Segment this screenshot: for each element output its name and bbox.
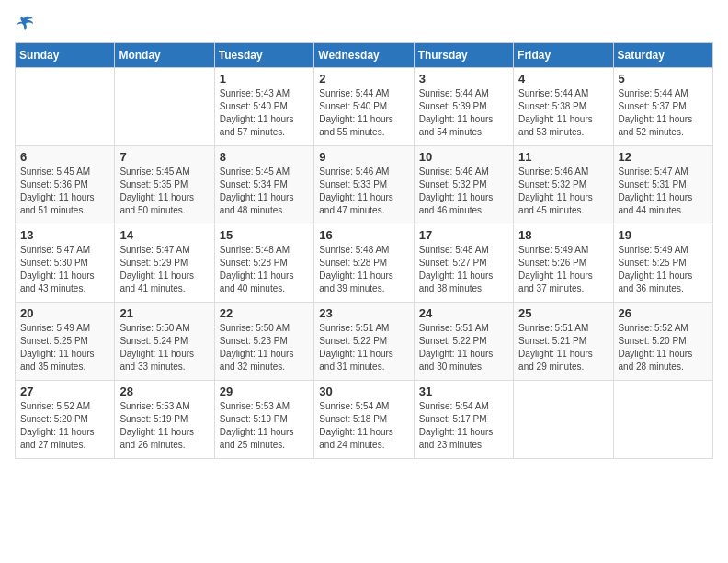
day-number: 3 [419,72,508,86]
logo-bird-icon [17,15,33,31]
day-number: 20 [20,306,109,320]
day-detail: Sunrise: 5:43 AM Sunset: 5:40 PM Dayligh… [220,87,309,139]
calendar-day-cell: 8Sunrise: 5:45 AM Sunset: 5:34 PM Daylig… [214,146,313,224]
calendar-day-cell: 27Sunrise: 5:52 AM Sunset: 5:20 PM Dayli… [16,381,115,459]
calendar-day-cell: 30Sunrise: 5:54 AM Sunset: 5:18 PM Dayli… [314,381,414,459]
calendar-header-row: SundayMondayTuesdayWednesdayThursdayFrid… [16,43,713,68]
calendar-day-cell: 17Sunrise: 5:48 AM Sunset: 5:27 PM Dayli… [414,224,513,303]
day-detail: Sunrise: 5:52 AM Sunset: 5:20 PM Dayligh… [20,400,109,452]
day-detail: Sunrise: 5:50 AM Sunset: 5:23 PM Dayligh… [220,322,309,373]
day-detail: Sunrise: 5:51 AM Sunset: 5:22 PM Dayligh… [319,322,408,373]
calendar-day-cell: 19Sunrise: 5:49 AM Sunset: 5:25 PM Dayli… [613,224,712,303]
calendar-day-cell: 20Sunrise: 5:49 AM Sunset: 5:25 PM Dayli… [16,303,115,381]
day-detail: Sunrise: 5:50 AM Sunset: 5:24 PM Dayligh… [119,322,209,373]
day-number: 9 [319,150,408,164]
day-number: 15 [220,228,309,242]
calendar-day-cell: 11Sunrise: 5:46 AM Sunset: 5:32 PM Dayli… [514,146,613,224]
calendar-day-cell: 3Sunrise: 5:44 AM Sunset: 5:39 PM Daylig… [414,68,513,146]
weekday-header: Wednesday [314,43,414,68]
day-detail: Sunrise: 5:48 AM Sunset: 5:28 PM Dayligh… [220,244,309,295]
day-detail: Sunrise: 5:53 AM Sunset: 5:19 PM Dayligh… [119,400,209,452]
calendar-day-cell: 2Sunrise: 5:44 AM Sunset: 5:40 PM Daylig… [314,68,414,146]
day-number: 25 [518,306,608,320]
day-detail: Sunrise: 5:46 AM Sunset: 5:33 PM Dayligh… [319,166,408,217]
day-detail: Sunrise: 5:47 AM Sunset: 5:29 PM Dayligh… [119,244,209,295]
day-number: 21 [119,306,209,320]
day-number: 8 [220,150,309,164]
day-detail: Sunrise: 5:47 AM Sunset: 5:30 PM Dayligh… [20,244,109,295]
calendar-day-cell: 6Sunrise: 5:45 AM Sunset: 5:36 PM Daylig… [16,146,115,224]
day-detail: Sunrise: 5:52 AM Sunset: 5:20 PM Dayligh… [619,322,708,373]
day-number: 19 [619,228,708,242]
day-detail: Sunrise: 5:45 AM Sunset: 5:34 PM Dayligh… [220,166,309,217]
day-number: 1 [220,72,309,86]
weekday-header: Saturday [613,43,712,68]
weekday-header: Tuesday [214,43,313,68]
calendar-week-row: 27Sunrise: 5:52 AM Sunset: 5:20 PM Dayli… [16,381,713,459]
calendar-day-cell: 1Sunrise: 5:43 AM Sunset: 5:40 PM Daylig… [214,68,313,146]
day-number: 4 [518,72,608,86]
day-number: 26 [619,306,708,320]
weekday-header: Friday [514,43,613,68]
day-detail: Sunrise: 5:46 AM Sunset: 5:32 PM Dayligh… [419,166,508,217]
day-number: 11 [518,150,608,164]
calendar-day-cell: 10Sunrise: 5:46 AM Sunset: 5:32 PM Dayli… [414,146,513,224]
day-number: 31 [419,385,508,398]
day-number: 13 [20,228,109,242]
day-detail: Sunrise: 5:47 AM Sunset: 5:31 PM Dayligh… [619,166,708,217]
calendar-day-cell [16,68,115,146]
day-number: 28 [119,385,209,398]
calendar-day-cell [514,381,613,459]
day-number: 16 [319,228,408,242]
calendar-day-cell: 21Sunrise: 5:50 AM Sunset: 5:24 PM Dayli… [115,303,214,381]
calendar-day-cell: 25Sunrise: 5:51 AM Sunset: 5:21 PM Dayli… [514,303,613,381]
calendar-day-cell: 9Sunrise: 5:46 AM Sunset: 5:33 PM Daylig… [314,146,414,224]
day-number: 30 [319,385,408,398]
calendar-week-row: 1Sunrise: 5:43 AM Sunset: 5:40 PM Daylig… [16,68,713,146]
calendar-day-cell: 24Sunrise: 5:51 AM Sunset: 5:22 PM Dayli… [414,303,513,381]
calendar-week-row: 20Sunrise: 5:49 AM Sunset: 5:25 PM Dayli… [16,303,713,381]
calendar-day-cell: 14Sunrise: 5:47 AM Sunset: 5:29 PM Dayli… [115,224,214,303]
logo [15,15,33,31]
day-detail: Sunrise: 5:44 AM Sunset: 5:38 PM Dayligh… [518,87,608,139]
calendar-week-row: 13Sunrise: 5:47 AM Sunset: 5:30 PM Dayli… [16,224,713,303]
day-detail: Sunrise: 5:54 AM Sunset: 5:18 PM Dayligh… [319,400,408,452]
day-number: 7 [119,150,209,164]
weekday-header: Thursday [414,43,513,68]
day-number: 5 [619,72,708,86]
calendar-week-row: 6Sunrise: 5:45 AM Sunset: 5:36 PM Daylig… [16,146,713,224]
day-number: 27 [20,385,109,398]
day-number: 10 [419,150,508,164]
calendar-day-cell: 15Sunrise: 5:48 AM Sunset: 5:28 PM Dayli… [214,224,313,303]
day-number: 23 [319,306,408,320]
day-detail: Sunrise: 5:49 AM Sunset: 5:26 PM Dayligh… [518,244,608,295]
calendar-day-cell: 5Sunrise: 5:44 AM Sunset: 5:37 PM Daylig… [613,68,712,146]
calendar-day-cell: 22Sunrise: 5:50 AM Sunset: 5:23 PM Dayli… [214,303,313,381]
day-number: 18 [518,228,608,242]
calendar-day-cell: 4Sunrise: 5:44 AM Sunset: 5:38 PM Daylig… [514,68,613,146]
day-detail: Sunrise: 5:48 AM Sunset: 5:28 PM Dayligh… [319,244,408,295]
day-detail: Sunrise: 5:54 AM Sunset: 5:17 PM Dayligh… [419,400,508,452]
day-detail: Sunrise: 5:44 AM Sunset: 5:39 PM Dayligh… [419,87,508,139]
day-detail: Sunrise: 5:49 AM Sunset: 5:25 PM Dayligh… [20,322,109,373]
calendar-day-cell: 31Sunrise: 5:54 AM Sunset: 5:17 PM Dayli… [414,381,513,459]
day-detail: Sunrise: 5:51 AM Sunset: 5:21 PM Dayligh… [518,322,608,373]
weekday-header: Sunday [16,43,115,68]
calendar-day-cell: 23Sunrise: 5:51 AM Sunset: 5:22 PM Dayli… [314,303,414,381]
day-number: 22 [220,306,309,320]
calendar-table: SundayMondayTuesdayWednesdayThursdayFrid… [15,42,713,459]
day-detail: Sunrise: 5:48 AM Sunset: 5:27 PM Dayligh… [419,244,508,295]
day-number: 14 [119,228,209,242]
day-detail: Sunrise: 5:49 AM Sunset: 5:25 PM Dayligh… [619,244,708,295]
calendar-day-cell: 28Sunrise: 5:53 AM Sunset: 5:19 PM Dayli… [115,381,214,459]
calendar-day-cell: 18Sunrise: 5:49 AM Sunset: 5:26 PM Dayli… [514,224,613,303]
calendar-day-cell: 16Sunrise: 5:48 AM Sunset: 5:28 PM Dayli… [314,224,414,303]
day-detail: Sunrise: 5:51 AM Sunset: 5:22 PM Dayligh… [419,322,508,373]
day-number: 29 [220,385,309,398]
calendar-day-cell: 13Sunrise: 5:47 AM Sunset: 5:30 PM Dayli… [16,224,115,303]
weekday-header: Monday [115,43,214,68]
calendar-day-cell [613,381,712,459]
day-number: 24 [419,306,508,320]
calendar-body: 1Sunrise: 5:43 AM Sunset: 5:40 PM Daylig… [16,68,713,459]
day-detail: Sunrise: 5:45 AM Sunset: 5:36 PM Dayligh… [20,166,109,217]
